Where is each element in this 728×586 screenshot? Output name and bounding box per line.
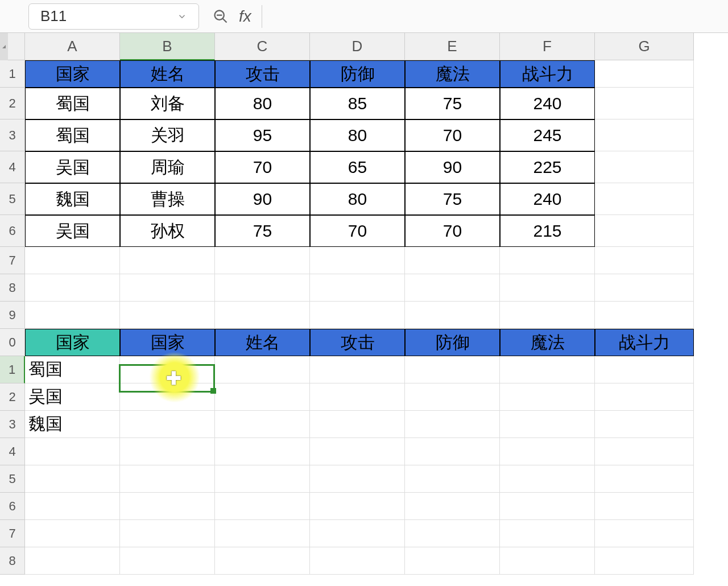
cell-B17[interactable] xyxy=(120,520,215,547)
cell-D18[interactable] xyxy=(310,547,405,575)
cell-E3[interactable]: 70 xyxy=(405,119,500,151)
cell-A7[interactable] xyxy=(25,247,120,274)
cell-G12[interactable] xyxy=(595,383,694,411)
cell-B9[interactable] xyxy=(120,302,215,329)
cell-C10[interactable]: 姓名 xyxy=(215,329,310,356)
cell-G9[interactable] xyxy=(595,302,694,329)
row-header-2[interactable]: 2 xyxy=(0,88,25,119)
cell-D7[interactable] xyxy=(310,247,405,274)
cell-G16[interactable] xyxy=(595,493,694,520)
cell-A8[interactable] xyxy=(25,274,120,302)
zoom-out-icon[interactable] xyxy=(213,9,229,24)
cell-D2[interactable]: 85 xyxy=(310,88,405,119)
cell-E1[interactable]: 魔法 xyxy=(405,60,500,88)
row-header-16[interactable]: 6 xyxy=(0,493,25,520)
cell-G3[interactable] xyxy=(595,119,694,151)
cell-A1[interactable]: 国家 xyxy=(25,60,120,88)
cell-D8[interactable] xyxy=(310,274,405,302)
cell-D11[interactable] xyxy=(310,356,405,383)
cell-C7[interactable] xyxy=(215,247,310,274)
cell-F4[interactable]: 225 xyxy=(500,151,595,183)
cell-D12[interactable] xyxy=(310,383,405,411)
cell-B15[interactable] xyxy=(120,465,215,493)
cell-F7[interactable] xyxy=(500,247,595,274)
cell-E18[interactable] xyxy=(405,547,500,575)
cell-A12[interactable]: 吴国 xyxy=(25,383,120,411)
cell-F9[interactable] xyxy=(500,302,595,329)
row-header-14[interactable]: 4 xyxy=(0,438,25,465)
cell-E13[interactable] xyxy=(405,411,500,438)
cell-C12[interactable] xyxy=(215,383,310,411)
cell-F15[interactable] xyxy=(500,465,595,493)
col-header-C[interactable]: C xyxy=(215,33,310,60)
cell-A2[interactable]: 蜀国 xyxy=(25,88,120,119)
cell-C14[interactable] xyxy=(215,438,310,465)
cell-D14[interactable] xyxy=(310,438,405,465)
cell-E6[interactable]: 70 xyxy=(405,215,500,247)
row-header-3[interactable]: 3 xyxy=(0,119,25,151)
cell-G14[interactable] xyxy=(595,438,694,465)
cell-C3[interactable]: 95 xyxy=(215,119,310,151)
cell-G11[interactable] xyxy=(595,356,694,383)
cell-C16[interactable] xyxy=(215,493,310,520)
cell-C9[interactable] xyxy=(215,302,310,329)
row-header-7[interactable]: 7 xyxy=(0,247,25,274)
cell-C8[interactable] xyxy=(215,274,310,302)
cell-C6[interactable]: 75 xyxy=(215,215,310,247)
cell-A4[interactable]: 吴国 xyxy=(25,151,120,183)
cell-E16[interactable] xyxy=(405,493,500,520)
cell-G6[interactable] xyxy=(595,215,694,247)
cell-C18[interactable] xyxy=(215,547,310,575)
cell-C5[interactable]: 90 xyxy=(215,183,310,215)
cell-A11[interactable]: 蜀国 xyxy=(25,356,120,383)
row-header-12[interactable]: 2 xyxy=(0,383,25,411)
cell-B3[interactable]: 关羽 xyxy=(120,119,215,151)
row-header-5[interactable]: 5 xyxy=(0,183,25,215)
cell-D17[interactable] xyxy=(310,520,405,547)
cell-G5[interactable] xyxy=(595,183,694,215)
cell-E12[interactable] xyxy=(405,383,500,411)
cell-C4[interactable]: 70 xyxy=(215,151,310,183)
cell-D13[interactable] xyxy=(310,411,405,438)
row-header-18[interactable]: 8 xyxy=(0,547,25,575)
cell-F2[interactable]: 240 xyxy=(500,88,595,119)
cell-A15[interactable] xyxy=(25,465,120,493)
cell-G13[interactable] xyxy=(595,411,694,438)
cell-G10[interactable]: 战斗力 xyxy=(595,329,694,356)
cell-D3[interactable]: 80 xyxy=(310,119,405,151)
cell-D1[interactable]: 防御 xyxy=(310,60,405,88)
cell-B13[interactable] xyxy=(120,411,215,438)
cell-B5[interactable]: 曹操 xyxy=(120,183,215,215)
cell-F13[interactable] xyxy=(500,411,595,438)
cell-C17[interactable] xyxy=(215,520,310,547)
cell-C11[interactable] xyxy=(215,356,310,383)
col-header-E[interactable]: E xyxy=(405,33,500,60)
row-header-8[interactable]: 8 xyxy=(0,274,25,302)
cell-E2[interactable]: 75 xyxy=(405,88,500,119)
fx-label[interactable]: fx xyxy=(239,7,251,26)
row-header-1[interactable]: 1 xyxy=(0,60,25,88)
cell-A17[interactable] xyxy=(25,520,120,547)
cell-A10[interactable]: 国家 xyxy=(25,329,120,356)
cell-A14[interactable] xyxy=(25,438,120,465)
select-all-corner[interactable] xyxy=(0,33,8,60)
cell-E7[interactable] xyxy=(405,247,500,274)
cell-G4[interactable] xyxy=(595,151,694,183)
cell-F17[interactable] xyxy=(500,520,595,547)
cell-G2[interactable] xyxy=(595,88,694,119)
cell-G15[interactable] xyxy=(595,465,694,493)
cell-E11[interactable] xyxy=(405,356,500,383)
cell-G18[interactable] xyxy=(595,547,694,575)
cell-B8[interactable] xyxy=(120,274,215,302)
cell-E15[interactable] xyxy=(405,465,500,493)
cell-E5[interactable]: 75 xyxy=(405,183,500,215)
cell-G8[interactable] xyxy=(595,274,694,302)
cell-A6[interactable]: 吴国 xyxy=(25,215,120,247)
cell-B11[interactable] xyxy=(120,356,215,383)
col-header-G[interactable]: G xyxy=(595,33,694,60)
cell-A16[interactable] xyxy=(25,493,120,520)
col-header-A[interactable]: A xyxy=(25,33,120,60)
cell-F5[interactable]: 240 xyxy=(500,183,595,215)
cell-C13[interactable] xyxy=(215,411,310,438)
name-box[interactable]: B11 xyxy=(28,3,199,30)
